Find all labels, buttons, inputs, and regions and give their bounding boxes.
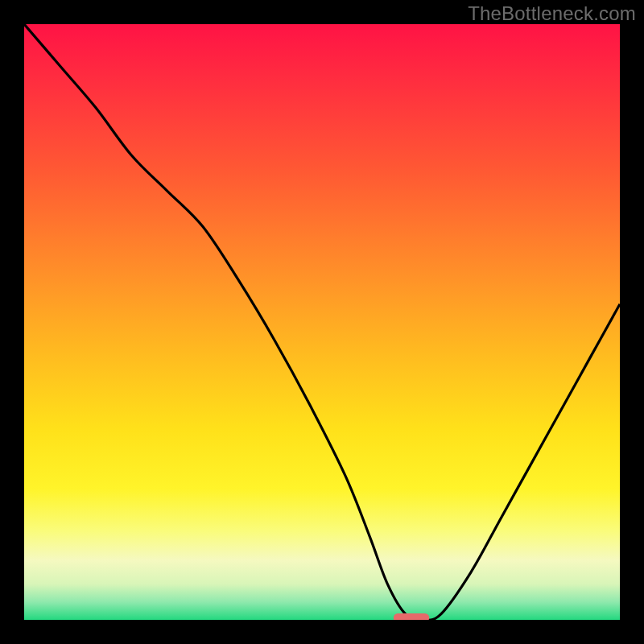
gradient-background bbox=[24, 24, 620, 620]
watermark-text: TheBottleneck.com bbox=[468, 2, 636, 25]
plot-area bbox=[24, 24, 620, 620]
bottleneck-chart bbox=[24, 24, 620, 620]
chart-frame: TheBottleneck.com bbox=[0, 0, 644, 644]
optimum-marker bbox=[394, 613, 429, 620]
